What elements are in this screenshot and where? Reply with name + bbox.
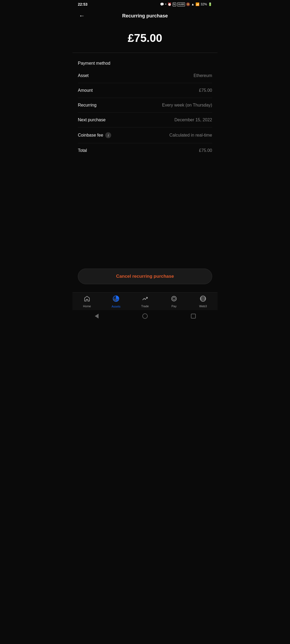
whatsapp-icon: 💬 [160, 2, 164, 6]
recurring-value: Every week (on Thursday) [162, 103, 212, 108]
nav-item-trade[interactable]: Trade [137, 295, 153, 308]
android-nav-bar [73, 310, 218, 322]
asset-row: Asset Ethereum [78, 68, 212, 83]
nav-item-pay[interactable]: Pay [166, 295, 182, 308]
battery-indicator: 32% [201, 2, 207, 6]
bottom-nav: Home Assets Trade [73, 292, 218, 310]
status-icons: 💬 • ⏰ N VoWi 🔕 ▲ 📶 32% 🔋 [160, 2, 212, 6]
next-purchase-label: Next purchase [78, 118, 106, 122]
details-section: Payment method Asset Ethereum Amount £75… [73, 53, 218, 263]
next-purchase-value: December 15, 2022 [174, 118, 212, 122]
alarm-icon: ⏰ [168, 2, 172, 6]
amount-detail-value: £75.00 [199, 88, 212, 93]
total-row: Total £75.00 [78, 143, 212, 158]
nav-item-assets[interactable]: Assets [108, 295, 124, 308]
total-value: £75.00 [199, 148, 212, 153]
battery-icon: 🔋 [208, 2, 212, 6]
page-header: ← Recurring purchase [73, 8, 218, 24]
coinbase-fee-value: Calculated in real-time [169, 133, 212, 138]
back-gesture-button[interactable] [93, 313, 100, 319]
next-purchase-row: Next purchase December 15, 2022 [78, 113, 212, 127]
total-label: Total [78, 148, 87, 153]
home-gesture-button[interactable] [142, 313, 148, 319]
home-label: Home [83, 305, 91, 308]
amount-display: £75.00 [128, 32, 162, 45]
asset-label: Asset [78, 73, 89, 78]
amount-row: Amount £75.00 [78, 83, 212, 98]
recurring-row: Recurring Every week (on Thursday) [78, 98, 212, 113]
back-button[interactable]: ← [78, 11, 86, 20]
nav-item-home[interactable]: Home [79, 295, 95, 308]
cancel-button-container: Cancel recurring purchase [73, 263, 218, 292]
coinbase-fee-row: Coinbase fee i Calculated in real-time [78, 127, 212, 143]
asset-value: Ethereum [194, 73, 212, 78]
trade-icon [142, 295, 148, 303]
recents-gesture-button[interactable] [190, 313, 197, 319]
trade-label: Trade [141, 305, 149, 308]
nav-item-web3[interactable]: Web3 [195, 295, 211, 308]
info-icon[interactable]: i [105, 132, 111, 138]
home-icon [84, 295, 90, 303]
mute-icon: 🔕 [186, 2, 190, 6]
amount-label: Amount [78, 88, 93, 93]
vowifi-icon: VoWi [177, 2, 185, 6]
wifi-icon: ▲ [191, 2, 194, 6]
assets-icon [113, 295, 119, 304]
status-bar: 22:53 💬 • ⏰ N VoWi 🔕 ▲ 📶 32% 🔋 [73, 0, 218, 8]
notification-dot: • [165, 2, 166, 6]
assets-label: Assets [111, 305, 120, 308]
web3-icon [200, 295, 206, 303]
signal-icon: 📶 [195, 2, 200, 6]
page-title: Recurring purchase [122, 13, 168, 19]
svg-point-2 [172, 296, 176, 301]
svg-point-3 [173, 297, 175, 300]
web3-label: Web3 [199, 305, 207, 308]
status-time: 22:53 [78, 2, 88, 6]
payment-method-label: Payment method [78, 56, 212, 68]
coinbase-fee-label: Coinbase fee i [78, 132, 111, 138]
pay-label: Pay [172, 305, 177, 308]
pay-icon [171, 295, 177, 303]
recurring-label: Recurring [78, 103, 96, 108]
cancel-recurring-button[interactable]: Cancel recurring purchase [78, 269, 212, 284]
nfc-icon: N [173, 2, 176, 6]
amount-section: £75.00 [73, 24, 218, 53]
